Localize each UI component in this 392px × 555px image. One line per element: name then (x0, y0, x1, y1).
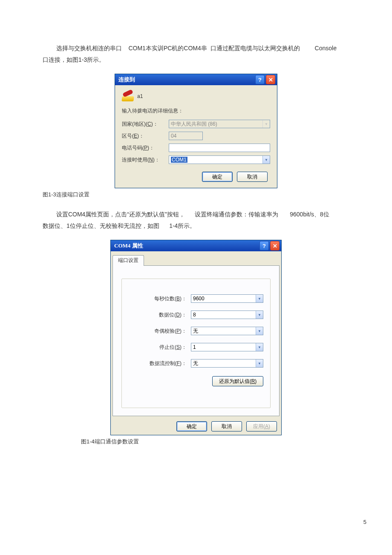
chevron-down-icon[interactable]: ▼ (256, 295, 263, 302)
text: 9600bit/s、8位 (290, 211, 329, 218)
parity-label: 奇偶校验(P)： (129, 328, 191, 335)
databits-input (191, 311, 263, 319)
connect-to-dialog: 连接到 ? ✕ a1 输入待拨电话的详细信息： 国家(地区)(C)： ▼ (115, 74, 277, 188)
cancel-button[interactable]: 取消 (211, 421, 242, 431)
chevron-down-icon: ▼ (262, 120, 270, 128)
bps-combo[interactable]: ▼ (191, 294, 263, 303)
tab-port-settings[interactable]: 端口设置 (112, 255, 144, 266)
connect-using-label: 连接时使用(N)： (122, 156, 169, 164)
page-number: 5 (363, 519, 366, 525)
country-label: 国家(地区)(C)： (122, 121, 169, 128)
text: COM1本实训PC机的COM4串 (128, 45, 207, 52)
chevron-down-icon[interactable]: ▼ (256, 343, 263, 351)
flowctrl-input (191, 359, 263, 368)
paragraph-2: 设置COM4属性页面，点击“还原为默认值”按钮， 设置终端通信参数：传输速率为 … (43, 209, 349, 231)
connect-using-value: COM1 (171, 157, 187, 163)
bps-input (191, 294, 263, 303)
text: 1-4所示。 (169, 222, 196, 229)
parity-combo[interactable]: ▼ (191, 327, 263, 335)
area-input (169, 132, 203, 140)
phone-input[interactable] (169, 144, 270, 152)
text: 数据位、1位停止位、无校验和无流控，如图 (43, 222, 159, 229)
country-combo[interactable]: ▼ (169, 120, 270, 128)
stopbits-input (191, 343, 263, 351)
databits-combo[interactable]: ▼ (191, 311, 263, 319)
restore-defaults-button[interactable]: 还原为默认值(R) (212, 376, 263, 386)
connection-name: a1 (137, 93, 143, 99)
com-properties-dialog: COM4 属性 ? ✕ 端口设置 每秒位数(B)： ▼ (110, 240, 282, 435)
connect-using-combo[interactable]: COM1 ▼ (169, 155, 270, 164)
figure-caption-2: 图1-4端口通信参数设置 (81, 438, 349, 446)
text: 设置终端通信参数：传输速率为 (195, 211, 278, 218)
paragraph-1: 选择与交换机相连的串口 COM1本实训PC机的COM4串 口通过配置电缆与以太网… (43, 43, 349, 65)
phone-label: 电话号码(P)： (122, 144, 169, 152)
text: 口通过配置电缆与以太网交换机的 (210, 45, 300, 52)
flowctrl-combo[interactable]: ▼ (191, 359, 263, 368)
text: 选择与交换机相连的串口 (56, 45, 122, 52)
titlebar: 连接到 ? ✕ (115, 74, 277, 85)
area-label: 区号(E)： (122, 132, 169, 140)
text: 设置COM4属性页面，点击“还原为默认值”按钮， (56, 211, 185, 218)
phone-icon (122, 91, 134, 101)
ok-button[interactable]: 确定 (176, 421, 207, 431)
text: Console (315, 45, 337, 52)
chevron-down-icon[interactable]: ▼ (256, 311, 263, 319)
stopbits-combo[interactable]: ▼ (191, 343, 263, 351)
flowctrl-label: 数据流控制(F)： (129, 360, 191, 367)
close-button[interactable]: ✕ (270, 241, 280, 250)
parity-input (191, 327, 263, 335)
dialog-title: 连接到 (118, 76, 254, 83)
help-button[interactable]: ? (259, 241, 269, 250)
tab-panel: 每秒位数(B)： ▼ 数据位(D)： ▼ (112, 265, 280, 416)
help-button[interactable]: ? (255, 75, 265, 84)
chevron-down-icon[interactable]: ▼ (256, 327, 263, 335)
bps-label: 每秒位数(B)： (129, 295, 191, 302)
titlebar: COM4 属性 ? ✕ (111, 240, 281, 251)
figure-caption-1: 图1-3连接端口设置 (43, 191, 349, 198)
ok-button[interactable]: 确定 (202, 172, 233, 182)
stopbits-label: 停止位(S)： (129, 344, 191, 351)
dialog-title: COM4 属性 (114, 242, 258, 250)
country-input (169, 120, 270, 128)
close-button[interactable]: ✕ (266, 75, 275, 84)
chevron-down-icon[interactable]: ▼ (262, 156, 270, 164)
databits-label: 数据位(D)： (129, 311, 191, 319)
cancel-button[interactable]: 取消 (237, 172, 268, 182)
prompt-text: 输入待拨电话的详细信息： (122, 107, 270, 115)
apply-button[interactable]: 应用(A) (246, 421, 277, 431)
chevron-down-icon[interactable]: ▼ (256, 359, 263, 367)
text: 口连接，如图1-3所示。 (43, 56, 105, 63)
